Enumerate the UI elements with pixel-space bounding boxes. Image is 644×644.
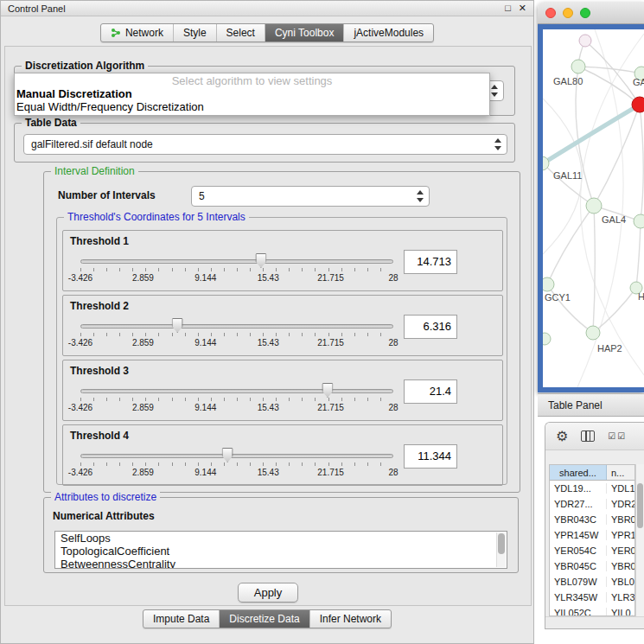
cell[interactable]: YER0... [607, 545, 634, 556]
threshold-4-slider-track[interactable] [80, 454, 393, 458]
table-data-combobox[interactable]: galFiltered.sif default node [23, 134, 507, 155]
node-label: HAP2 [597, 343, 622, 354]
tab-select[interactable]: Select [217, 24, 265, 41]
table-row[interactable]: YBL079W YBL0... [550, 574, 634, 590]
cell[interactable]: YPR1... [607, 530, 634, 540]
table-header-row: shared... n... [550, 465, 634, 481]
network-node[interactable] [634, 214, 644, 228]
scrollbar-thumb[interactable] [498, 533, 505, 554]
network-node-hap2[interactable] [586, 326, 600, 340]
number-of-intervals-label: Number of Intervals [58, 189, 156, 201]
tab-network[interactable]: Network [101, 24, 174, 41]
network-node[interactable] [543, 333, 551, 345]
cell[interactable]: YBR0... [607, 514, 634, 525]
table-row[interactable]: YPR145W YPR1... [550, 527, 634, 543]
close-icon[interactable]: ✕ [519, 3, 526, 13]
network-node-gcy1[interactable] [543, 277, 554, 291]
threshold-1-value-field[interactable]: 14.713 [404, 250, 457, 274]
table-row[interactable]: YBR043C YBR0... [550, 512, 634, 527]
tab-jactivemodules[interactable]: jActiveModules [344, 24, 433, 41]
tick-label: 28 [388, 468, 398, 477]
threshold-4-slider[interactable]: -3.426 2.859 9.144 15.43 21.715 28 [80, 448, 393, 482]
tab-style[interactable]: Style [174, 24, 217, 41]
attributes-list-scrollbar[interactable] [496, 532, 506, 567]
threshold-1-thumb[interactable] [255, 253, 266, 268]
threshold-2-slider[interactable]: -3.426 2.859 9.144 15.43 21.715 28 [80, 318, 393, 353]
table-scrollbar[interactable] [635, 464, 644, 616]
network-canvas[interactable]: GAL80 GA GAL11 GAL4 GCY1 H HAP2 [543, 29, 644, 387]
cell[interactable]: YBL079W [550, 577, 607, 587]
cell[interactable]: YBR043C [550, 514, 607, 525]
combo-stepper-icon [491, 85, 499, 97]
table-panel-title: Table Panel [548, 399, 603, 411]
dropdown-option-equal-width[interactable]: Equal Width/Frequency Discretization [15, 100, 489, 113]
network-window-titlebar[interactable] [538, 2, 644, 24]
columns-icon[interactable] [581, 430, 595, 442]
tab-impute-data[interactable]: Impute Data [143, 610, 220, 628]
list-item[interactable]: TopologicalCoefficient [55, 545, 507, 558]
zoom-traffic-light-icon[interactable] [580, 8, 590, 18]
number-of-intervals-combobox[interactable]: 5 [191, 186, 430, 207]
threshold-3-slider[interactable]: -3.426 2.859 9.144 15.43 21.715 28 [80, 383, 393, 418]
gear-icon[interactable]: ⚙ [556, 430, 568, 443]
table-hscrollbar[interactable] [545, 616, 644, 628]
float-window-icon[interactable]: □ [505, 3, 511, 13]
threshold-4-value-field[interactable]: 11.344 [404, 444, 457, 469]
threshold-2-thumb[interactable] [172, 318, 183, 333]
scrollbar-thumb[interactable] [637, 483, 643, 528]
threshold-4-thumb[interactable] [222, 448, 233, 462]
tab-label: Select [226, 27, 255, 39]
column-header-shared-name[interactable]: shared... [550, 465, 607, 480]
table-row[interactable]: YDL19... YDL1... [550, 481, 634, 496]
minimize-traffic-light-icon[interactable] [563, 8, 573, 18]
dropdown-option-manual[interactable]: Manual Discretization [15, 87, 489, 100]
network-node-gal80[interactable] [571, 60, 585, 73]
cell[interactable]: YER054C [550, 545, 607, 556]
column-header-name[interactable]: n... [607, 465, 634, 480]
table-row[interactable]: YER054C YER0... [550, 543, 634, 558]
close-traffic-light-icon[interactable] [545, 8, 556, 18]
table-panel-header[interactable]: Table Panel [538, 393, 644, 417]
threshold-3-slider-track[interactable] [80, 389, 393, 393]
tab-infer-network[interactable]: Infer Network [310, 610, 391, 628]
threshold-1-slider-track[interactable] [80, 259, 393, 264]
tick-label: 15.43 [258, 468, 279, 477]
table-row[interactable]: YLR345W YLR3... [550, 590, 634, 605]
tab-label: Impute Data [153, 613, 209, 625]
cell[interactable]: YLR345W [550, 592, 607, 603]
tab-cyni-toolbox[interactable]: Cyni Toolbox [265, 24, 344, 41]
cell[interactable]: YIL052C [550, 608, 607, 616]
threshold-4-tick-labels: -3.426 2.859 9.144 15.43 21.715 28 [80, 468, 393, 477]
tick-label: 2.859 [132, 468, 154, 477]
control-panel-titlebar[interactable]: Control Panel □ ✕ [1, 1, 533, 16]
numerical-attributes-list[interactable]: SelfLoops TopologicalCoefficient Between… [54, 531, 507, 569]
cell[interactable]: YLR3... [607, 592, 634, 603]
cell[interactable]: YBR0... [607, 561, 634, 571]
threshold-3-value-field[interactable]: 21.4 [404, 379, 457, 404]
threshold-2-slider-track[interactable] [80, 324, 393, 328]
cell[interactable]: YDR2... [607, 499, 634, 509]
cell[interactable]: YDR27... [550, 499, 607, 509]
network-node[interactable] [579, 35, 591, 47]
cell[interactable]: YBR045C [550, 561, 607, 571]
threshold-1-slider[interactable]: -3.426 2.859 9.144 15.43 21.715 28 [80, 253, 393, 288]
tick-label: 2.859 [132, 273, 154, 283]
table-toolbar: ⚙ ☑☑ [545, 423, 644, 450]
list-item[interactable]: SelfLoops [55, 532, 507, 545]
cell[interactable]: YIL0... [607, 608, 634, 616]
network-node-selected-red[interactable] [632, 97, 644, 112]
apply-button[interactable]: Apply [238, 583, 299, 603]
cell[interactable]: YDL1... [607, 483, 634, 494]
select-columns-checkbox-icons[interactable]: ☑☑ [608, 431, 627, 441]
threshold-2-value-field[interactable]: 6.316 [404, 315, 457, 339]
network-node-gal4[interactable] [586, 198, 602, 214]
cell[interactable]: YDL19... [550, 483, 607, 494]
table-row[interactable]: YBR045C YBR0... [550, 558, 634, 574]
table-row[interactable]: YDR27... YDR2... [550, 496, 634, 512]
table-row[interactable]: YIL052C YIL0... [550, 605, 634, 616]
cell[interactable]: YBL0... [607, 577, 634, 587]
list-item[interactable]: BetweennessCentrality [55, 558, 507, 569]
cell[interactable]: YPR145W [550, 530, 607, 540]
tab-discretize-data[interactable]: Discretize Data [220, 610, 309, 628]
threshold-3-thumb[interactable] [322, 383, 333, 398]
